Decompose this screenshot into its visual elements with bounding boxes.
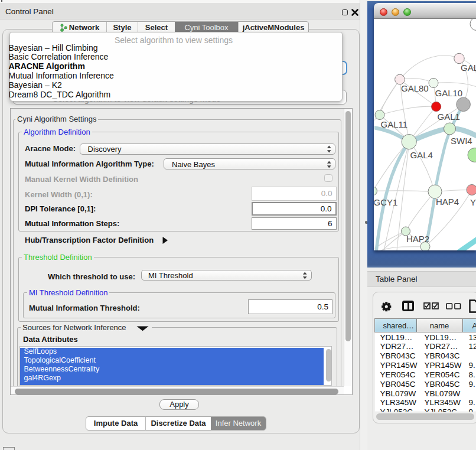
svg-text:GAL2: GAL2 (461, 62, 476, 72)
svg-text:HAP2: HAP2 (406, 234, 429, 244)
svg-text:GCY1: GCY1 (374, 197, 397, 207)
svg-text:HAP4: HAP4 (436, 197, 459, 207)
svg-text:GAL80: GAL80 (401, 83, 429, 93)
svg-text:SWI4: SWI4 (451, 136, 472, 146)
svg-text:GAL11: GAL11 (381, 119, 408, 129)
svg-text:GAL1: GAL1 (438, 112, 460, 122)
svg-text:Y: Y (470, 197, 476, 207)
svg-text:GAL10: GAL10 (435, 87, 463, 97)
svg-text:GAL4: GAL4 (410, 149, 433, 159)
